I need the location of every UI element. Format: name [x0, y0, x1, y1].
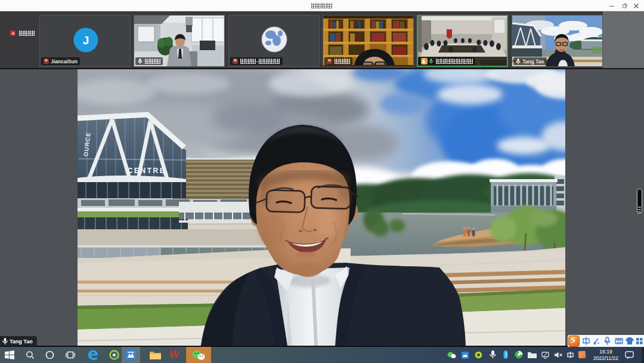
svg-text:CENTRE: CENTRE: [128, 167, 166, 175]
svg-text:J: J: [83, 34, 89, 47]
